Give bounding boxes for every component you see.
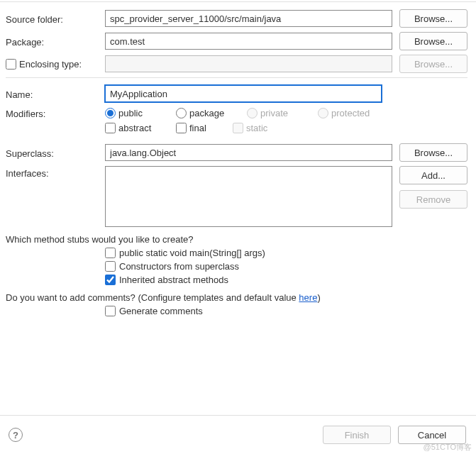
modifier-protected-radio: protected (318, 108, 389, 118)
package-input[interactable] (105, 33, 392, 50)
help-icon[interactable]: ? (9, 428, 23, 442)
superclass-label: Superclass: (6, 146, 105, 159)
name-input[interactable] (105, 85, 382, 102)
modifier-abstract-check[interactable]: abstract (105, 123, 176, 133)
configure-templates-link[interactable]: here (299, 292, 317, 303)
stub-main-check[interactable]: public static void main(String[] args) (105, 248, 467, 258)
browse-superclass-button[interactable]: Browse... (399, 143, 467, 162)
source-folder-label: Source folder: (6, 12, 105, 25)
stub-constructors-check[interactable]: Constructors from superclass (105, 261, 467, 272)
modifiers-label: Modifiers: (6, 106, 105, 119)
cancel-button[interactable]: Cancel (398, 426, 466, 444)
source-folder-input[interactable] (105, 10, 392, 27)
comments-prompt: Do you want to add comments? (Configure … (6, 292, 467, 303)
method-stubs-prompt: Which method stubs would you like to cre… (6, 234, 467, 245)
superclass-input[interactable] (105, 144, 392, 161)
enclosing-type-check[interactable]: Enclosing type: (6, 59, 105, 70)
package-label: Package: (6, 35, 105, 48)
browse-source-folder-button[interactable]: Browse... (399, 9, 467, 28)
browse-enclosing-type-button: Browse... (399, 55, 467, 73)
enclosing-type-input (105, 55, 392, 72)
modifier-static-check: static (233, 123, 304, 133)
interfaces-list[interactable] (105, 166, 392, 227)
name-label: Name: (6, 87, 105, 100)
enclosing-type-label: Enclosing type: (19, 59, 82, 70)
interfaces-label: Interfaces: (6, 166, 105, 179)
enclosing-type-checkbox[interactable] (6, 59, 16, 70)
modifier-public-radio[interactable]: public (105, 108, 176, 118)
modifier-package-radio[interactable]: package (176, 108, 247, 118)
modifier-private-radio: private (247, 108, 318, 118)
browse-package-button[interactable]: Browse... (399, 32, 467, 50)
stub-inherited-check[interactable]: Inherited abstract methods (105, 275, 467, 285)
add-interface-button[interactable]: Add... (399, 166, 467, 184)
remove-interface-button: Remove (399, 190, 467, 209)
generate-comments-check[interactable]: Generate comments (105, 306, 467, 316)
modifier-final-check[interactable]: final (176, 123, 233, 133)
finish-button: Finish (323, 426, 391, 444)
